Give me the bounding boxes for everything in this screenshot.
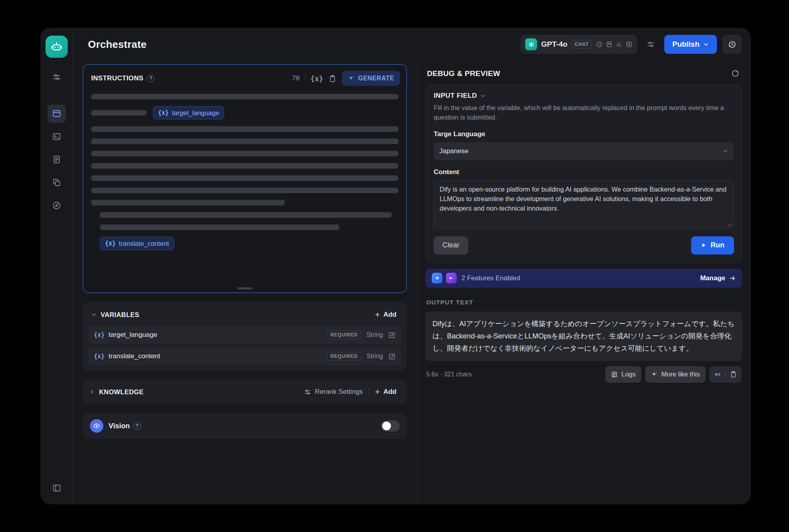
copy-output-button[interactable] — [726, 367, 741, 382]
variables-title: VARIABLES — [101, 311, 139, 319]
skeleton-line — [100, 224, 339, 230]
terminal-icon — [52, 132, 61, 141]
clipboard-icon — [730, 370, 737, 378]
panel-collapse-icon — [52, 483, 61, 493]
instructions-panel: INSTRUCTIONS 78 {x} — [83, 64, 407, 293]
model-gauge-icon — [596, 41, 603, 48]
add-variable-button[interactable]: Add — [371, 308, 400, 321]
manage-features-button[interactable]: Manage — [700, 274, 736, 282]
topbar-actions: GPT-4o CHAT — [520, 35, 741, 54]
output-title: OUTPUT TEXT — [426, 299, 473, 306]
features-enabled-text: 2 Features Enabled — [461, 274, 520, 282]
vision-label: Vision — [109, 422, 130, 430]
debug-header: DEBUG & PREVIEW — [425, 64, 742, 84]
language-value: Japanese — [439, 147, 469, 155]
sidebar-item-orchestrate[interactable] — [48, 104, 66, 123]
model-mode-badge: CHAT — [572, 40, 592, 49]
variable-row[interactable]: {x} translate_content REQUIRED String — [88, 347, 401, 365]
generate-label: GENERATE — [358, 75, 394, 82]
app-logo[interactable] — [46, 36, 68, 58]
text-to-speech-button[interactable] — [710, 367, 725, 382]
divider — [368, 388, 369, 396]
rerank-settings-button[interactable]: Rerank Settings — [301, 386, 366, 398]
help-icon[interactable] — [147, 75, 154, 82]
toggle-knob — [382, 422, 391, 430]
chevron-down-icon[interactable] — [91, 312, 97, 318]
variables-header: VARIABLES Add — [88, 307, 401, 326]
clear-button[interactable]: Clear — [434, 236, 468, 255]
language-select[interactable]: Japanese — [434, 142, 734, 160]
input-field-card: INPUT FIELD Fill in the value of the var… — [425, 84, 742, 263]
robot-icon — [50, 40, 63, 53]
run-row: Clear Run — [434, 236, 734, 255]
variables-panel: VARIABLES Add {x} target_langu — [83, 302, 407, 371]
skeleton-line — [91, 126, 398, 132]
debug-preview-pane: DEBUG & PREVIEW INPUT FIELD — [417, 61, 751, 504]
orchestrate-pane: INSTRUCTIONS 78 {x} — [73, 61, 417, 504]
resize-handle[interactable] — [237, 287, 252, 289]
skeleton-line — [91, 175, 398, 181]
sidebar-item-settings[interactable] — [48, 68, 66, 86]
logs-button[interactable]: Logs — [605, 366, 641, 383]
skeleton-line — [91, 139, 398, 144]
model-name: GPT-4o — [541, 40, 568, 49]
eye-icon — [90, 419, 103, 433]
edit-variable-button[interactable] — [388, 353, 396, 360]
sparkle-icon — [348, 75, 355, 82]
variable-row[interactable]: {x} target_language REQUIRED String — [88, 326, 401, 344]
more-like-this-button[interactable]: More like this — [645, 366, 705, 383]
model-params-button[interactable] — [643, 36, 659, 52]
logs-icon — [611, 371, 618, 378]
panes: INSTRUCTIONS 78 {x} — [73, 61, 751, 504]
knowledge-panel: KNOWLEDGE Rerank Settings — [83, 379, 407, 405]
publish-button[interactable]: Publish — [664, 35, 717, 54]
chevron-down-icon — [480, 93, 486, 99]
sparkle-icon — [651, 371, 658, 378]
char-count: 78 — [292, 74, 300, 82]
content-textarea[interactable]: Dify is an open-source platform for buil… — [434, 180, 734, 228]
skeleton-line — [91, 94, 398, 99]
add-knowledge-button[interactable]: Add — [371, 386, 400, 398]
chevron-right-icon[interactable] — [89, 389, 95, 395]
variable-chip-label: target_language — [172, 109, 219, 117]
params-sliders-icon — [646, 40, 655, 49]
help-icon[interactable] — [133, 422, 141, 430]
chevron-down-icon — [703, 42, 709, 48]
insert-variable-button[interactable]: {x} — [311, 74, 324, 83]
input-field-header[interactable]: INPUT FIELD — [434, 92, 734, 100]
generate-button[interactable]: GENERATE — [342, 71, 400, 86]
plus-icon — [374, 389, 381, 395]
sidebar-item-terminal[interactable] — [48, 127, 66, 146]
plus-icon — [374, 312, 381, 318]
sidebar-item-logs[interactable] — [48, 150, 66, 169]
sidebar-nav — [48, 104, 66, 219]
run-button[interactable]: Run — [691, 236, 734, 255]
content-label: Content — [434, 168, 734, 176]
vision-toggle[interactable] — [381, 420, 400, 431]
model-modalities-icon — [625, 41, 633, 48]
model-selector[interactable]: GPT-4o CHAT — [520, 35, 637, 54]
annotation-copy-icon — [52, 178, 61, 187]
output-text: Difyは、AIアプリケーションを構築するためのオープンソースプラットフォームで… — [425, 312, 742, 361]
debug-title: DEBUG & PREVIEW — [427, 69, 500, 78]
variable-type: String — [366, 331, 383, 338]
variable-chip-translate-content[interactable]: {x} translate_content — [100, 237, 174, 250]
variable-chip-target-language[interactable]: {x} target_language — [153, 106, 224, 120]
skeleton-line — [91, 110, 147, 116]
publish-label: Publish — [672, 40, 699, 49]
sidebar-item-monitoring[interactable] — [48, 196, 66, 215]
language-label: Targe Language — [434, 130, 734, 138]
document-icon — [52, 155, 61, 164]
rerank-label: Rerank Settings — [315, 388, 363, 396]
sidebar-item-annotations[interactable] — [48, 173, 66, 192]
collapse-sidebar-button[interactable] — [48, 479, 66, 497]
copy-prompt-button[interactable] — [328, 74, 337, 83]
prompt-skeleton: {x} target_language — [83, 91, 406, 293]
history-button[interactable] — [722, 35, 741, 54]
edit-variable-button[interactable] — [388, 331, 396, 339]
manage-label: Manage — [700, 274, 725, 282]
variable-token: {x} — [94, 353, 105, 360]
openai-logo-icon — [525, 38, 537, 50]
rerank-sliders-icon — [304, 388, 311, 396]
restart-button[interactable] — [731, 69, 740, 78]
